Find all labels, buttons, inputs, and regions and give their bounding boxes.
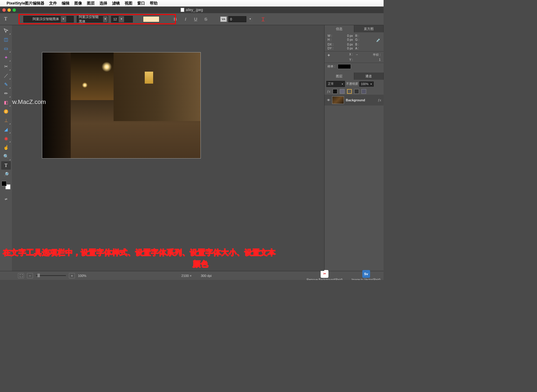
sample-label: 样本 : [328,64,335,69]
layer-thumbnail [332,96,344,104]
kerning-input[interactable]: 0 [228,16,246,22]
menu-filter[interactable]: 滤镜 [112,1,120,6]
color-swatches[interactable] [1,181,10,189]
tab-histogram[interactable]: 直方图 [354,25,384,32]
chevron-down-icon: ▼ [61,16,66,22]
canvas-dpi: 300 dpi [201,274,212,278]
menu-file[interactable]: 文件 [49,1,57,6]
zoom-slider[interactable] [36,275,66,276]
swap-colors-icon[interactable]: ⇄ [1,195,11,203]
sample-swatch [338,64,351,69]
right-panel: 信息 直方图 W :0 px R : H :0 px G :💉 DX :0 px… [324,25,384,271]
info-h: 0 px [347,38,353,42]
zoom-tool[interactable]: 🔍 [1,152,11,161]
strikethrough-button[interactable]: S [203,16,208,22]
menu-help[interactable]: 帮助 [150,1,158,6]
window-maximize-button[interactable] [13,8,16,12]
font-family-dropdown[interactable]: 阿里汉仪智能黑体 ▼ [23,16,74,22]
visibility-icon[interactable]: 👁 [327,98,330,102]
info-dx: 0 px [347,43,353,46]
document-title: alley_.jpeg [186,8,203,12]
document-icon [181,8,184,12]
bucket-tool[interactable]: ◢ [1,125,11,134]
bold-button[interactable]: B [173,16,178,22]
move-tool[interactable] [1,26,11,35]
info-w: 0 px [347,34,353,37]
fx-box-4[interactable] [354,89,359,94]
font-family-value: 阿里汉仪智能黑体 [33,17,59,21]
layer-name: Background [346,98,376,102]
eraser-tool[interactable]: ◧ [1,98,11,107]
font-size-dropdown[interactable]: 12 ▼ [111,16,133,22]
window-close-button[interactable] [2,8,6,12]
watermark: Z www.MacZ.com [12,99,46,105]
opacity-dropdown[interactable]: 100%▼ [359,82,374,87]
layer-item-background[interactable]: 👁 Background ƒx [325,95,384,105]
tab-layers[interactable]: 图层 [325,73,354,80]
chevron-down-icon: ▼ [103,16,108,22]
tab-info[interactable]: 信息 [325,25,354,32]
italic-button[interactable]: I [183,16,188,22]
smudge-tool[interactable]: ☝ [1,143,11,152]
search-tool[interactable]: 🔎 [1,170,11,179]
opacity-label: 不透明度 [346,82,358,86]
transform-tool[interactable]: ◫ [1,35,11,44]
canvas-dims: 2100 × [181,274,191,278]
mac-menubar: PixelStyle图片编辑器 文件 编辑 图像 图层 选择 滤镜 视图 窗口 … [0,0,384,7]
badge-tool[interactable]: Z [1,107,11,116]
text-color-swatch[interactable] [143,16,159,22]
status-bar: ⛶ − + 100% 2100 × 300 dpi ✂ Remove Backg… [0,271,384,280]
app-name[interactable]: PixelStyle图片编辑器 [7,1,44,6]
window-titlebar: alley_.jpeg [0,7,384,13]
info-radius: 1 [379,58,381,61]
tab-channels[interactable]: 通道 [354,73,384,80]
foreground-color[interactable] [1,181,7,186]
font-size-value: 12 [113,17,117,21]
font-style-dropdown[interactable]: 阿里汉仪智能黑体 ▼ [77,16,108,22]
underline-button[interactable]: U [193,16,198,22]
menu-edit[interactable]: 编辑 [62,1,70,6]
redeye-tool[interactable]: ◉ [1,134,11,143]
menu-window[interactable]: 窗口 [137,1,145,6]
pencil-tool[interactable]: ✏ [1,89,11,98]
brush-tool[interactable]: ／ [1,71,11,80]
magic-wand-tool[interactable]: ✦ [1,53,11,62]
fx-box-3[interactable] [347,89,352,94]
image-to-vector-button[interactable]: Sv Image to Vector(Paid) [352,270,381,280]
toolbox: ◫ ▭ ✦ ✂ ／ ✎ ✏ ◧ Z ⊥ ◢ ◉ ☝ 🔍 T 🔎 ⇄ [0,25,12,271]
info-dy: 0 px [347,47,353,50]
fx-box-5[interactable] [361,89,366,94]
sv-icon: Sv [362,270,370,278]
stamp-tool[interactable]: ⊥ [1,116,11,125]
fx-box-1[interactable] [333,89,337,94]
remove-bg-button[interactable]: ✂ Remove Background(Paid) [307,270,343,280]
chevron-down-icon[interactable]: ▼ [248,16,253,22]
menu-image[interactable]: 图像 [74,1,82,6]
plus-icon[interactable]: + [328,53,330,58]
window-minimize-button[interactable] [7,8,11,12]
fx-label[interactable]: ƒx [327,89,330,94]
kerning-icon: VA [220,16,227,22]
text-tool-indicator: T [2,16,9,22]
rect-select-tool[interactable]: ▭ [1,44,11,53]
menu-view[interactable]: 视图 [125,1,132,6]
font-style-value: 阿里汉仪智能黑体 [79,15,101,24]
canvas-image[interactable] [42,52,201,159]
eyedropper-icon[interactable]: 💉 [376,38,381,42]
text-tool[interactable]: T [1,161,11,170]
layer-fx-icon[interactable]: ƒx [378,98,381,102]
text-color-button[interactable]: T [262,16,265,22]
menu-layer[interactable]: 图层 [87,1,95,6]
zoom-value: 100% [78,274,86,278]
crop-tool[interactable]: ✂ [1,62,11,71]
chevron-down-icon: ▼ [119,16,124,22]
canvas-area[interactable]: Z www.MacZ.com [12,25,324,271]
menu-select[interactable]: 选择 [99,1,107,6]
zoom-out-button[interactable]: − [27,273,33,278]
fit-screen-button[interactable]: ⛶ [18,273,24,278]
zoom-in-button[interactable]: + [69,273,75,278]
blend-mode-dropdown[interactable]: 正常▼ [326,81,345,87]
fx-box-2[interactable] [340,89,345,94]
paintbrush-tool[interactable]: ✎ [1,80,11,89]
scissors-icon: ✂ [321,270,328,278]
